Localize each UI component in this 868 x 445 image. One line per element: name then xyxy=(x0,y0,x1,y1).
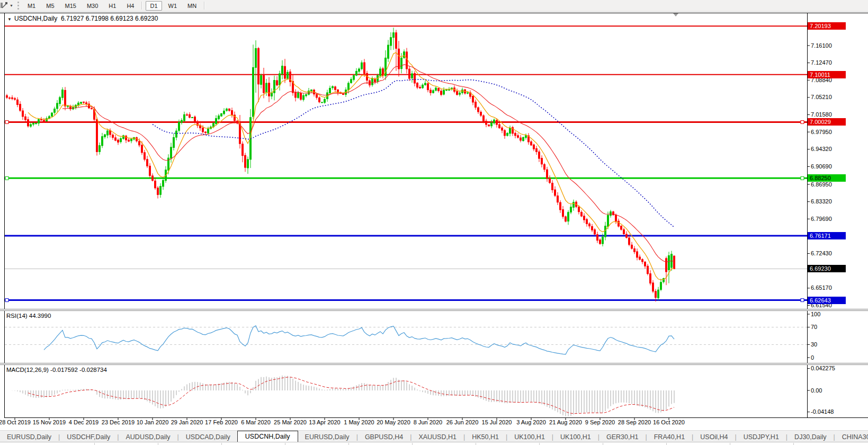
line-studies-icon[interactable] xyxy=(1,2,8,10)
chart-tab-audusd-daily[interactable]: AUDUSD,Daily xyxy=(119,432,177,442)
rsi-indicator-header: RSI(14) 44.3990 xyxy=(6,313,51,319)
chart-tab-usoil-h4[interactable]: USOil,H4 xyxy=(693,432,735,442)
timeframe-toolbar: ▼ M1M5M15M30H1H4D1W1MN xyxy=(0,0,868,12)
date-axis-label: 10 Jan 2020 xyxy=(137,419,169,425)
date-axis-label: 17 Feb 2020 xyxy=(205,419,238,425)
chart-tab-usdchf-daily[interactable]: USDCHF,Daily xyxy=(60,432,117,442)
chart-tab-uk100-h1[interactable]: UK100,H1 xyxy=(507,432,552,442)
date-axis-label: 3 Aug 2020 xyxy=(516,419,546,425)
trading-terminal: ▼ M1M5M15M30H1H4D1W1MN ▼USDCNH,Daily 6.7… xyxy=(0,0,868,445)
timeframe-button-mn[interactable]: MN xyxy=(183,1,201,11)
statusbar-separator xyxy=(476,443,476,445)
chart-tab-eurusd-daily[interactable]: EURUSD,Daily xyxy=(0,432,58,442)
statusbar-separator xyxy=(603,443,603,445)
statusbar-separator xyxy=(94,443,95,445)
rsi-axis-tick: 70 xyxy=(811,324,817,330)
timeframe-button-m30[interactable]: M30 xyxy=(83,1,102,11)
toolbar-divider xyxy=(141,2,142,10)
chart-tab-uk100-h1[interactable]: UK100,H1 xyxy=(553,432,598,442)
price-axis-tick: 7.12470 xyxy=(811,59,832,66)
timeframe-button-m5[interactable]: M5 xyxy=(42,1,58,11)
chart-ohlc-values: 6.71927 6.71998 6.69123 6.69230 xyxy=(61,15,158,22)
chart-tab-gbpusd-h4[interactable]: GBPUSD,H4 xyxy=(358,432,410,442)
chart-symbol-label: USDCNH,Daily xyxy=(14,15,57,22)
date-axis-label: 29 Jan 2020 xyxy=(171,419,203,425)
price-marker-7.20193: 7.20193 xyxy=(808,22,846,30)
date-axis-label: 16 Oct 2020 xyxy=(653,419,685,425)
chart-tab-hk50-h1[interactable]: HK50,H1 xyxy=(465,432,506,442)
date-axis-label: 1 May 2020 xyxy=(344,419,374,425)
price-marker-6.69230: 6.69230 xyxy=(808,265,846,272)
statusbar-separator xyxy=(666,443,667,445)
date-axis-label: 4 Dec 2019 xyxy=(69,419,99,425)
toolbar-divider xyxy=(204,2,205,10)
line-studies-glyph xyxy=(1,2,8,10)
price-axis-tick: 7.01580 xyxy=(811,111,832,118)
chart-tab-dj30-daily[interactable]: DJ30,Daily xyxy=(788,432,833,442)
rsi-axis-tick: 100 xyxy=(811,311,820,317)
chart-tab-usdcad-daily[interactable]: USDCAD,Daily xyxy=(179,432,237,442)
timeframe-button-w1[interactable]: W1 xyxy=(164,1,182,11)
date-axis-label: 13 Apr 2020 xyxy=(309,419,340,425)
date-axis-label: 9 Sep 2020 xyxy=(585,419,615,425)
toolbar-grip[interactable] xyxy=(17,2,19,10)
price-marker-6.62643: 6.62643 xyxy=(808,297,846,304)
date-axis-label: 28 Oct 2019 xyxy=(0,419,31,425)
price-marker-7.00029: 7.00029 xyxy=(808,118,846,126)
status-bar xyxy=(0,442,868,445)
statusbar-separator xyxy=(793,443,794,445)
timeframe-button-m15[interactable]: M15 xyxy=(61,1,80,11)
rsi-axis-tick: 0 xyxy=(811,354,814,361)
date-axis-label: 26 Jun 2020 xyxy=(446,419,479,425)
macd-axis-tick: 0.00 xyxy=(811,387,822,394)
price-axis-tick: 7.05210 xyxy=(811,94,832,100)
price-marker-6.76171: 6.76171 xyxy=(808,232,846,239)
price-axis-tick: 6.94320 xyxy=(811,146,832,152)
chart-tab-usdjpy-h1[interactable]: USDJPY,H1 xyxy=(737,432,786,442)
toolbar-dropdown-icon[interactable]: ▼ xyxy=(10,4,13,7)
date-axis-label: 28 Sep 2020 xyxy=(618,419,651,425)
chart-title: ▼USDCNH,Daily 6.71927 6.71998 6.69123 6.… xyxy=(7,15,158,22)
date-axis-label: 6 Mar 2020 xyxy=(241,419,271,425)
statusbar-separator xyxy=(221,443,222,445)
price-axis-tick: 6.79690 xyxy=(811,216,832,222)
chart-tab-usdcnh-daily[interactable]: USDCNH,Daily xyxy=(237,431,298,442)
price-axis-tick: 7.16100 xyxy=(811,42,832,49)
timeframe-button-h4[interactable]: H4 xyxy=(122,1,138,11)
timeframe-button-m1[interactable]: M1 xyxy=(23,1,40,11)
statusbar-separator xyxy=(285,443,285,445)
statusbar-separator xyxy=(730,443,730,445)
statusbar-separator xyxy=(348,443,349,445)
price-marker-7.10011: 7.10011 xyxy=(808,71,846,78)
rsi-axis-tick: 30 xyxy=(811,341,817,348)
chart-tab-bar: EURUSD,Daily|USDCHF,Daily|AUDUSD,Daily|U… xyxy=(0,430,868,442)
chart-tab-china300-h1[interactable]: CHINA300,H1 xyxy=(835,432,868,442)
price-axis-tick: 6.72430 xyxy=(811,250,832,256)
chart-tab-ger30-h1[interactable]: GER30,H1 xyxy=(599,432,645,442)
date-axis-label: 8 Jun 2020 xyxy=(414,419,442,425)
macd-indicator-header: MACD(12,26,9) -0.017592 -0.028734 xyxy=(6,367,107,373)
price-axis-tick: 6.97950 xyxy=(811,129,832,135)
price-axis-tick: 6.83320 xyxy=(811,198,832,204)
macd-axis-tick: 0.042275 xyxy=(811,365,835,371)
chart-tab-eurusd-daily[interactable]: EURUSD,Daily xyxy=(298,432,356,442)
chart-tab-xauusd-h1[interactable]: XAUUSD,H1 xyxy=(411,432,463,442)
date-axis-label: 15 Nov 2019 xyxy=(33,419,66,425)
price-axis-tick: 6.90690 xyxy=(811,163,832,170)
chart-collapse-icon[interactable]: ▼ xyxy=(7,17,12,22)
timeframe-buttons: M1M5M15M30H1H4D1W1MN xyxy=(22,1,207,11)
statusbar-separator xyxy=(539,443,540,445)
price-axis-tick: 6.65170 xyxy=(811,284,832,291)
macd-axis-tick: -0.04148 xyxy=(811,408,834,415)
chart-canvas[interactable] xyxy=(4,13,807,417)
date-axis-label: 21 Aug 2020 xyxy=(549,419,582,425)
timeframe-button-h1[interactable]: H1 xyxy=(104,1,120,11)
statusbar-separator xyxy=(412,443,413,445)
chart-tab-fra40-h1[interactable]: FRA40,H1 xyxy=(647,432,692,442)
date-axis-label: 23 Dec 2019 xyxy=(102,419,135,425)
date-axis-label: 20 May 2020 xyxy=(377,419,410,425)
date-axis-label: 15 Jul 2020 xyxy=(482,419,512,425)
date-axis-label: 25 Mar 2020 xyxy=(274,419,307,425)
price-marker-6.88250: 6.88250 xyxy=(808,174,846,182)
timeframe-button-d1[interactable]: D1 xyxy=(146,1,162,11)
